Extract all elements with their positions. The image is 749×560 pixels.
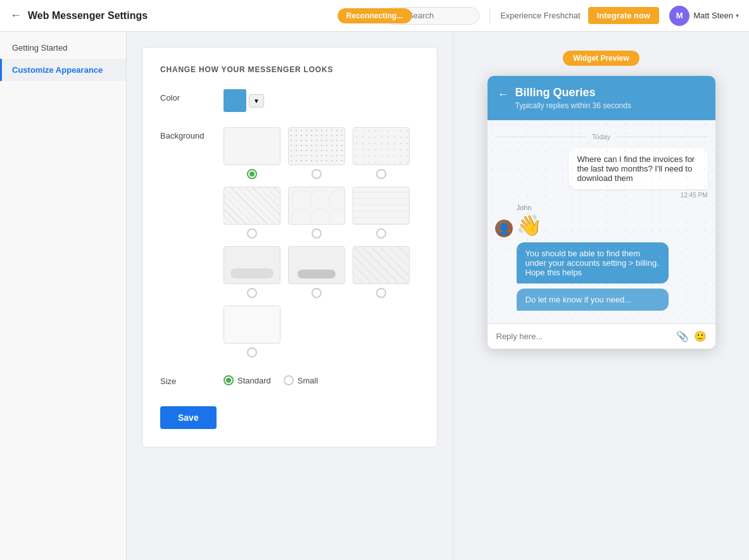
- sidebar-item-customize-appearance[interactable]: Customize Appearance: [0, 59, 126, 81]
- bg-thumb-plain[interactable]: [223, 127, 280, 165]
- bg-radio-9[interactable]: [376, 288, 386, 298]
- background-row: Background: [160, 127, 419, 358]
- search-input[interactable]: [408, 11, 471, 20]
- agent-avatar: 👤: [495, 220, 513, 237]
- message-in-2: You should be able to find them under yo…: [495, 242, 708, 283]
- background-grid: [223, 127, 419, 358]
- msg-in-content-2: You should be able to find them under yo…: [517, 242, 708, 283]
- size-standard-label: Standard: [237, 376, 271, 385]
- background-label: Background: [160, 127, 223, 140]
- bg-radio-3[interactable]: [376, 169, 386, 179]
- message-in-3: Do let me know if you need...: [495, 289, 708, 311]
- widget-preview-label: Widget Preview: [563, 51, 639, 66]
- bg-option-6[interactable]: [353, 187, 410, 239]
- main-content: Getting Started Customize Appearance CHA…: [0, 32, 749, 560]
- reconnecting-badge: Reconnecting...: [337, 8, 412, 23]
- bg-radio-10[interactable]: [247, 347, 257, 358]
- bg-thumb-texture[interactable]: [353, 246, 410, 284]
- bg-radio-6[interactable]: [376, 228, 386, 239]
- reply-input[interactable]: [496, 332, 671, 341]
- widget-back-icon[interactable]: ←: [498, 89, 509, 100]
- msg-bubble-out: Where can I find the invoices for the la…: [569, 148, 708, 189]
- bg-radio-4[interactable]: [247, 228, 257, 239]
- bg-option-1[interactable]: [223, 127, 280, 179]
- bg-thumb-lines[interactable]: [223, 187, 280, 225]
- color-row: Color ▼: [160, 89, 419, 112]
- size-small-radio[interactable]: [284, 375, 294, 385]
- bg-radio-8[interactable]: [312, 288, 322, 298]
- agent-name: John: [517, 204, 708, 211]
- background-control: [223, 127, 419, 358]
- bg-thumb-light-lines[interactable]: [353, 187, 410, 225]
- widget-frame: ← Billing Queries Typically replies with…: [488, 76, 715, 349]
- size-row: Size Standard Small: [160, 373, 419, 386]
- bg-thumb-dots[interactable]: [288, 127, 345, 165]
- bg-option-10[interactable]: [223, 306, 280, 358]
- bg-radio-2[interactable]: [312, 169, 322, 179]
- bg-option-9[interactable]: [353, 246, 410, 298]
- header-divider: [489, 8, 490, 23]
- size-control: Standard Small: [223, 373, 419, 385]
- msg-bubble-in-1: You should be able to find them under yo…: [517, 242, 669, 283]
- avatar: M: [669, 6, 689, 26]
- bg-thumb-blank[interactable]: [223, 306, 280, 344]
- section-title: CHANGE HOW YOUR MESSENGER LOOKS: [160, 65, 419, 74]
- chat-date-divider: Today: [495, 133, 708, 140]
- sidebar-item-getting-started[interactable]: Getting Started: [0, 37, 126, 59]
- bg-option-5[interactable]: [288, 187, 345, 239]
- bg-radio-1[interactable]: [247, 169, 257, 179]
- widget-header: ← Billing Queries Typically replies with…: [488, 76, 715, 120]
- msg-bubble-in-2: Do let me know if you need...: [517, 289, 669, 311]
- message-in-1: 👤 John 👋: [495, 204, 708, 237]
- color-dropdown-button[interactable]: ▼: [249, 94, 264, 108]
- bg-radio-5[interactable]: [312, 228, 322, 239]
- size-options: Standard Small: [223, 373, 419, 385]
- size-small-label: Small: [298, 376, 318, 385]
- msg-time: 12:45 PM: [681, 192, 708, 199]
- message-out-1: Where can I find the invoices for the la…: [495, 148, 708, 199]
- bg-thumb-bubble[interactable]: [223, 246, 280, 284]
- settings-panel: CHANGE HOW YOUR MESSENGER LOOKS Color ▼ …: [127, 32, 453, 560]
- bg-option-4[interactable]: [223, 187, 280, 239]
- size-standard[interactable]: Standard: [223, 375, 271, 385]
- widget-header-sub: Typically replies within 36 seconds: [515, 101, 705, 110]
- save-button[interactable]: Save: [160, 406, 217, 429]
- attachment-icon[interactable]: 📎: [676, 330, 689, 342]
- msg-emoji: 👋: [517, 213, 708, 237]
- user-name: Matt Steen: [693, 11, 733, 20]
- bg-option-8[interactable]: [288, 246, 345, 298]
- bg-thumb-waves[interactable]: [288, 187, 345, 225]
- bg-thumb-bubble2[interactable]: [288, 246, 345, 284]
- bg-option-7[interactable]: [223, 246, 280, 298]
- sidebar: Getting Started Customize Appearance: [0, 32, 127, 560]
- bg-thumb-light-dots[interactable]: [353, 127, 410, 165]
- size-label: Size: [160, 373, 223, 386]
- app-header: ← Web Messenger Settings Reconnecting...…: [0, 0, 749, 32]
- color-swatch[interactable]: [223, 89, 246, 112]
- back-button[interactable]: ←: [10, 9, 22, 22]
- chevron-down-icon[interactable]: ▾: [736, 12, 739, 19]
- preview-area: Widget Preview ← Billing Queries Typical…: [453, 32, 749, 560]
- widget-header-info: Billing Queries Typically replies within…: [515, 86, 705, 110]
- widget-header-title: Billing Queries: [515, 86, 705, 99]
- msg-in-content-3: Do let me know if you need...: [517, 289, 708, 311]
- color-control: ▼: [223, 89, 419, 112]
- bg-radio-7[interactable]: [247, 288, 257, 298]
- color-label: Color: [160, 89, 223, 103]
- experience-text: Experience Freshchat: [500, 11, 580, 20]
- integrate-now-button[interactable]: Integrate now: [588, 7, 660, 24]
- size-standard-radio[interactable]: [223, 375, 234, 385]
- size-small[interactable]: Small: [284, 375, 318, 385]
- widget-reply-box[interactable]: 📎 🙂: [488, 323, 715, 349]
- bg-option-2[interactable]: [288, 127, 345, 179]
- color-picker[interactable]: ▼: [223, 89, 419, 112]
- widget-chat: Today Where can I find the invoices for …: [488, 120, 715, 323]
- settings-card: CHANGE HOW YOUR MESSENGER LOOKS Color ▼ …: [142, 47, 437, 447]
- bg-option-3[interactable]: [353, 127, 410, 179]
- msg-in-content-1: John 👋: [517, 204, 708, 237]
- page-title: Web Messenger Settings: [28, 10, 385, 22]
- emoji-icon[interactable]: 🙂: [694, 330, 707, 342]
